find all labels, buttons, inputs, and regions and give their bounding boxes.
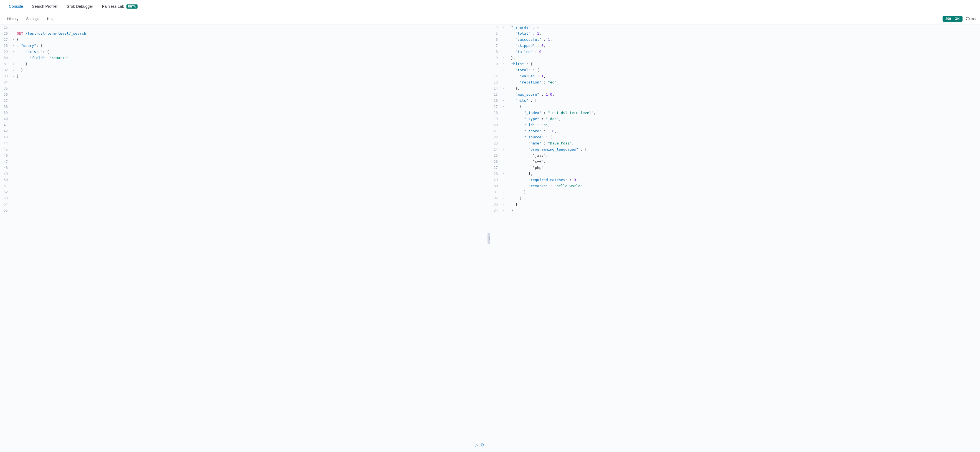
line-gutter[interactable]: ▾ — [501, 98, 506, 104]
line-number: 47 — [0, 159, 11, 165]
line-number: 31 — [490, 189, 501, 195]
table-row: 31▾ } — [490, 189, 980, 195]
tab-console[interactable]: Console — [5, 0, 27, 13]
line-number: 46 — [0, 153, 11, 159]
table-row: 11▾ "total" : { — [490, 67, 980, 73]
divider-handle[interactable]: ⋮ — [487, 232, 490, 244]
help-button[interactable]: Help — [44, 16, 57, 22]
line-number: 23 — [490, 140, 501, 146]
line-number: 31 — [0, 61, 11, 67]
table-row: 49 — [0, 171, 490, 177]
line-content: "relation" : "eq" — [506, 79, 980, 85]
line-number: 30 — [490, 183, 501, 189]
line-content — [16, 85, 490, 92]
line-number: 55 — [0, 207, 11, 213]
line-number: 20 — [490, 122, 501, 128]
table-row: 21 "_score" : 1.0, — [490, 128, 980, 134]
table-row: 6 "successful" : 1, — [490, 37, 980, 43]
line-content: "total" : { — [506, 67, 980, 73]
line-gutter[interactable]: ▾ — [11, 73, 16, 79]
line-gutter[interactable]: ▾ — [501, 201, 506, 207]
string-token: "hello world" — [554, 184, 582, 188]
tools-icon[interactable]: ⚙ — [480, 442, 484, 447]
line-gutter[interactable]: ▾ — [501, 207, 506, 213]
line-gutter[interactable]: ▾ — [501, 171, 506, 177]
line-gutter[interactable]: ▾ — [501, 61, 506, 67]
table-row: 28▾ ], — [490, 171, 980, 177]
string-token: "3" — [541, 123, 548, 127]
line-content: }, — [506, 85, 980, 92]
run-icon[interactable]: ▷ — [475, 442, 478, 447]
line-gutter[interactable]: ▾ — [501, 67, 506, 73]
settings-button[interactable]: Settings — [23, 16, 42, 22]
line-number: 28 — [490, 171, 501, 177]
line-content — [16, 104, 490, 110]
line-number: 13 — [490, 79, 501, 85]
key-token: "required_matches" — [528, 178, 567, 182]
line-content: "_type" : "_doc", — [506, 116, 980, 122]
tab-painless-lab[interactable]: Painless Lab BETA — [98, 0, 142, 13]
input-editor[interactable]: 25 26GET /test-dsl-term-level/_search27▾… — [0, 24, 490, 452]
line-gutter[interactable]: ▾ — [501, 189, 506, 195]
line-gutter[interactable]: ▾ — [501, 85, 506, 92]
line-number: 8 — [490, 49, 501, 55]
beta-badge: BETA — [126, 5, 138, 9]
line-content: "required_matches" : 3, — [506, 177, 980, 183]
line-number: 5 — [490, 30, 501, 37]
table-row: 52 — [0, 189, 490, 195]
line-gutter[interactable]: ▾ — [501, 55, 506, 61]
line-gutter[interactable]: ▾ — [11, 49, 16, 55]
string-token: "remarks" — [49, 56, 68, 60]
line-gutter[interactable]: ▾ — [501, 104, 506, 110]
line-number: 45 — [0, 146, 11, 153]
line-gutter[interactable]: ▾ — [501, 134, 506, 140]
line-content: "name" : "Dave Pdai", — [506, 140, 980, 146]
line-content: "value" : 1, — [506, 73, 980, 79]
line-number: 4 — [490, 24, 501, 30]
line-gutter[interactable]: ▾ — [11, 43, 16, 49]
tab-grok-debugger[interactable]: Grok Debugger — [62, 0, 98, 13]
key-token: "successful" — [515, 37, 541, 41]
line-content: ] — [506, 201, 980, 207]
history-button[interactable]: History — [5, 16, 21, 22]
number-token: 1 — [537, 31, 539, 35]
line-gutter[interactable]: ▾ — [501, 146, 506, 153]
line-number: 44 — [0, 140, 11, 146]
table-row: 45 — [0, 146, 490, 153]
line-gutter[interactable]: ▾ — [501, 195, 506, 201]
line-gutter[interactable]: ▾ — [501, 24, 506, 30]
line-content — [16, 165, 490, 171]
line-content: "skipped" : 0, — [506, 43, 980, 49]
tab-search-profiler[interactable]: Search Profiler — [27, 0, 62, 13]
line-number: 48 — [0, 165, 11, 171]
key-token: "skipped" — [515, 43, 535, 48]
line-content: "total" : 1, — [506, 30, 980, 37]
table-row: 29▾ "exists": { — [0, 49, 490, 55]
line-gutter[interactable]: ▾ — [11, 37, 16, 43]
table-row: 22▾ "_source" : { — [490, 134, 980, 140]
key-token: "_shards" — [511, 25, 530, 29]
line-number: 14 — [490, 85, 501, 92]
line-content: "programming_languages" : [ — [506, 146, 980, 153]
line-content — [16, 183, 490, 189]
table-row: 23 "name" : "Dave Pdai", — [490, 140, 980, 146]
table-row: 44 — [0, 140, 490, 146]
key-token: "max_score" — [515, 92, 539, 97]
table-row: 34 — [0, 79, 490, 85]
line-gutter[interactable]: ▾ — [11, 61, 16, 67]
line-content — [16, 24, 490, 30]
line-gutter[interactable]: ▾ — [11, 67, 16, 73]
table-row: 31▾ } — [0, 61, 490, 67]
line-number: 30 — [0, 55, 11, 61]
line-content: "field": "remarks" — [16, 55, 490, 61]
table-row: 27 "php" — [490, 165, 980, 171]
table-row: 38 — [0, 104, 490, 110]
line-content — [16, 140, 490, 146]
number-token: 0 — [541, 43, 544, 48]
toolbar-right: 200 – OK 70 ms — [943, 16, 975, 22]
editor-container: 25 26GET /test-dsl-term-level/_search27▾… — [0, 24, 980, 452]
line-content — [16, 98, 490, 104]
line-number: 16 — [490, 98, 501, 104]
line-content — [16, 134, 490, 140]
line-number: 39 — [0, 110, 11, 116]
